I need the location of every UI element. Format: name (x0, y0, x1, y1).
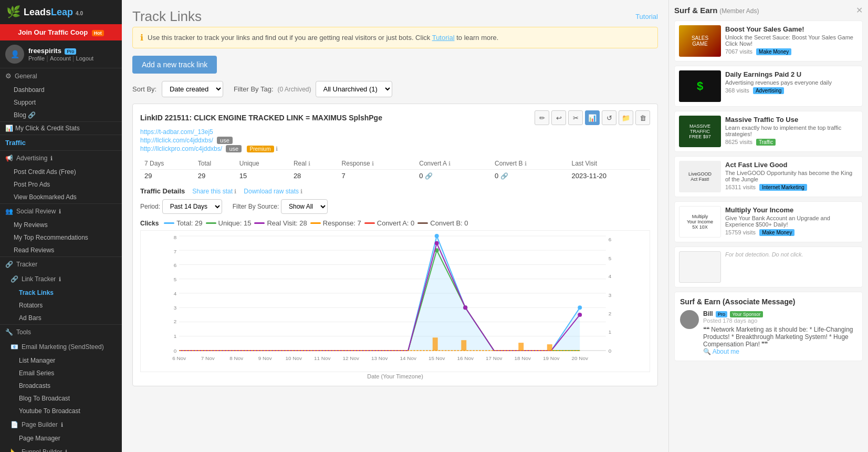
period-label: Period: (140, 203, 160, 210)
url3-link[interactable]: http://llclickpro.com/c4jddxbs/ (140, 145, 222, 152)
traffic-coop-banner[interactable]: Join Our Traffic Coop Hot (0, 24, 122, 40)
ad-desc-1: Advertising revenues pays everyone daily (725, 79, 858, 86)
sidebar-item-youtube-broadcast[interactable]: Youtube To Broadcast (0, 405, 122, 417)
filter-tag-label: Filter By Tag: (234, 85, 274, 93)
sort-by-select[interactable]: Date created (162, 81, 223, 97)
general-header[interactable]: ⚙ General (0, 68, 122, 84)
svg-text:12 Nov: 12 Nov (343, 355, 359, 361)
url2-link[interactable]: http://llclick.com/c4jddxbs/ (140, 137, 213, 144)
convert-b-link[interactable]: 🔗 (500, 172, 508, 180)
svg-text:2: 2 (174, 319, 177, 324)
tracker-header[interactable]: 🔗 Tracker (0, 257, 122, 272)
url3-use-btn[interactable]: use (226, 145, 242, 152)
sidebar-logo: 🌿 LeadsLeap 4.0 (0, 0, 122, 24)
share-button[interactable]: ✂ (568, 110, 583, 125)
svg-text:20 Nov: 20 Nov (572, 355, 588, 361)
page-title: Track Links (132, 8, 202, 25)
sidebar-item-bookmarked[interactable]: View Bookmarked Ads (0, 191, 122, 203)
svg-text:19 Nov: 19 Nov (543, 355, 559, 361)
logout-link[interactable]: Logout (76, 55, 94, 61)
link-tracker-header[interactable]: 🔗 Link Tracker ℹ (0, 272, 122, 286)
sidebar-item-broadcasts[interactable]: Broadcasts (0, 379, 122, 392)
funnel-builder-header[interactable]: 📐 Funnel Builder ℹ (0, 445, 122, 452)
traffic-details-header: Traffic Details Share this stat ℹ Downlo… (140, 187, 650, 195)
advertising-header[interactable]: 📢 Advertising ℹ (0, 151, 122, 166)
ad-title-4: Multiply Your Income (725, 206, 858, 214)
clicks-label: Clicks (140, 220, 159, 227)
info-tutorial-link[interactable]: Tutorial (432, 34, 455, 42)
svg-text:13 Nov: 13 Nov (371, 355, 388, 361)
ad-card-2[interactable]: MASSIVETRAFFICFREE $97 Massive Traffic T… (674, 111, 863, 152)
traffic-header[interactable]: Traffic (0, 135, 122, 150)
chart-button[interactable]: 📊 (585, 110, 600, 125)
email-marketing-header[interactable]: 📧 Email Marketing (SendSteed) (0, 340, 122, 354)
ad-card-1[interactable]: $ Daily Earnings Paid 2 U Advertising re… (674, 66, 863, 107)
delete-button[interactable]: 🗑 (635, 110, 650, 125)
sidebar-item-blog[interactable]: Blog 🔗 (0, 109, 122, 121)
convert-b-help-icon: ℹ (525, 160, 527, 167)
filter-tag-select[interactable]: All Unarchived (1) (316, 81, 392, 97)
sidebar-item-ad-bars[interactable]: Ad Bars (0, 312, 122, 324)
ad-card-0[interactable]: SALESGAME Boost Your Sales Game! Unlock … (674, 20, 863, 61)
sidebar-item-support[interactable]: Support (0, 96, 122, 109)
tutorial-link[interactable]: Tutorial (635, 13, 658, 20)
ad-desc-0: Unlock the Secret Sauce: Boost Your Sale… (725, 34, 858, 47)
val-7days: 29 (140, 170, 194, 182)
section-general: ⚙ General Dashboard Support Blog 🔗 (0, 68, 122, 122)
sidebar-item-dashboard[interactable]: Dashboard (0, 84, 122, 96)
track-link-header: LinkID 221511: CLICK ENGINE TRACKED LINK… (140, 110, 650, 125)
convert-a-link[interactable]: 🔗 (425, 172, 433, 180)
svg-text:1: 1 (609, 329, 612, 335)
tools-header[interactable]: 🔧 Tools (0, 325, 122, 340)
sidebar-item-rotators[interactable]: Rotators (0, 299, 122, 312)
logo-leads: Leads (24, 7, 51, 17)
sidebar-item-track-links[interactable]: Track Links (0, 286, 122, 299)
about-link[interactable]: 🔍 About me (703, 348, 739, 355)
ad-visits-2: 8625 visits (725, 139, 752, 145)
svg-text:3: 3 (609, 292, 612, 298)
sidebar-item-credit-stats[interactable]: 📊 My Click & Credit Stats (0, 122, 122, 135)
download-help: ℹ (300, 188, 302, 194)
url1-link[interactable]: https://t-adbar.com/_13ej5 (140, 128, 213, 136)
sidebar-item-my-reviews[interactable]: My Reviews (0, 219, 122, 231)
val-real: 28 (289, 170, 338, 182)
sidebar-item-page-manager[interactable]: Page Manager (0, 432, 122, 445)
svg-point-46 (435, 241, 439, 245)
sidebar-item-list-manager[interactable]: List Manager (0, 354, 122, 367)
close-panel-button[interactable]: ✕ (856, 5, 863, 15)
ad-card-4[interactable]: MultiplyYour Income5X 10X Multiply Your … (674, 201, 863, 242)
refresh-button[interactable]: ↺ (602, 110, 616, 125)
sidebar-item-post-credit[interactable]: Post Credit Ads (Free) (0, 166, 122, 178)
profile-link[interactable]: Profile (28, 55, 45, 61)
ad-desc-5: For bot detection. Do not click. (725, 251, 858, 258)
sidebar-item-post-pro[interactable]: Post Pro Ads (0, 178, 122, 191)
social-review-header[interactable]: 👥 Social Review ℹ (0, 204, 122, 219)
svg-text:1: 1 (174, 333, 177, 339)
avatar: 👤 (5, 45, 24, 64)
add-track-link-button[interactable]: Add a new track link (132, 56, 217, 74)
share-stat-link[interactable]: Share this stat ℹ (192, 188, 236, 195)
col-real: Real ℹ (289, 158, 338, 170)
filter-source-select[interactable]: Show All (281, 199, 328, 214)
svg-text:9 Nov: 9 Nov (258, 355, 272, 361)
copy-button[interactable]: ↩ (551, 110, 566, 125)
archive-button[interactable]: 📁 (619, 110, 633, 125)
share-stat-help: ℹ (234, 188, 236, 194)
ad-visits-4: 15759 visits (725, 229, 756, 235)
account-link[interactable]: Account (50, 55, 71, 61)
sidebar-item-email-series[interactable]: Email Series (0, 367, 122, 379)
url2-use-btn[interactable]: use (217, 137, 233, 144)
download-raw-link[interactable]: Download raw stats ℹ (244, 188, 302, 195)
page-builder-header[interactable]: 📄 Page Builder ℹ (0, 417, 122, 432)
associate-header: Surf & Earn (Associate Message) (680, 297, 857, 306)
edit-button[interactable]: ✏ (535, 110, 549, 125)
col-convert-a: Convert A ℹ (415, 158, 490, 170)
ad-card-3[interactable]: LiveGOODAct Fast! Act Fast Live Good The… (674, 156, 863, 197)
sidebar-item-read-reviews[interactable]: Read Reviews (0, 244, 122, 256)
col-7days: 7 Days (140, 158, 194, 170)
sidebar-item-top-recommendations[interactable]: My Top Recommendations (0, 231, 122, 244)
period-select[interactable]: Past 14 Days (162, 199, 222, 214)
sidebar-item-blog-broadcast[interactable]: Blog To Broadcast (0, 392, 122, 405)
ad-title-0: Boost Your Sales Game! (725, 25, 858, 33)
member-ads-label: (Member Ads) (719, 7, 759, 15)
